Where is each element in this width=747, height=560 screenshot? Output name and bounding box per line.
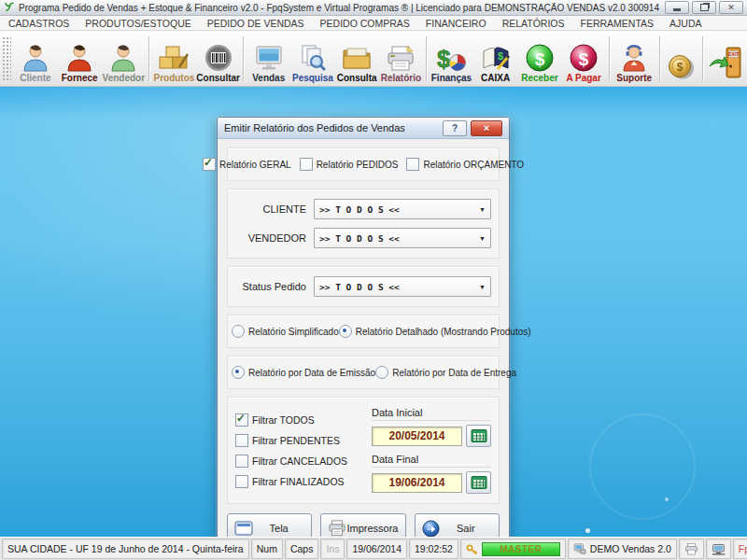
report-dialog: Emitir Relatório dos Pedidos de Vendas ?… bbox=[217, 117, 510, 537]
data-final-field[interactable]: 19/06/2014 bbox=[372, 473, 462, 493]
vendedor-select[interactable]: >> T O D O S << ▼ bbox=[314, 228, 491, 248]
toolbar-button-vendedor[interactable]: Vendedor bbox=[102, 34, 146, 83]
financas-money-icon: $ bbox=[435, 45, 467, 73]
impressora-button-label: Impressora bbox=[346, 523, 398, 534]
checkbox-relatorio-pedidos[interactable]: Relatório PEDIDOS bbox=[300, 158, 399, 171]
toolbar-button-moeda[interactable]: $ bbox=[663, 34, 699, 83]
produtos-boxes-icon bbox=[157, 43, 190, 73]
toolbar-button-sair[interactable]: EXIT bbox=[706, 34, 745, 83]
sair-button[interactable]: Sair bbox=[415, 513, 500, 537]
master-badge: MASTER bbox=[482, 542, 560, 556]
screen-icon bbox=[234, 520, 253, 537]
tela-button[interactable]: Tela bbox=[227, 513, 312, 537]
impressora-button[interactable]: Impressora bbox=[320, 513, 405, 537]
checkbox-filtrar-cancelados[interactable]: Filtrar CANCELADOS bbox=[235, 455, 364, 468]
toolbar-button-receber[interactable]: $ Receber bbox=[517, 34, 561, 83]
status-user-level: MASTER bbox=[460, 539, 566, 559]
toolbar-button-suporte[interactable]: Suporte bbox=[613, 34, 656, 83]
checkbox-icon bbox=[300, 158, 313, 171]
data-final-calendar-button[interactable] bbox=[466, 471, 491, 494]
menu-item-pedido-compras[interactable]: PEDIDO COMPRAS bbox=[320, 18, 410, 29]
fornecedor-person-icon bbox=[64, 43, 94, 73]
checkbox-filtrar-todos[interactable]: Filtrar TODOS bbox=[235, 413, 364, 427]
dialog-body: Relatório GERAL Relatório PEDIDOS Relató… bbox=[218, 139, 509, 537]
checkbox-icon bbox=[203, 158, 216, 171]
toolbar-button-cliente[interactable]: Cliente bbox=[13, 34, 57, 83]
toolbar-label: Receber bbox=[521, 73, 557, 83]
chevron-down-icon: ▼ bbox=[479, 235, 486, 242]
toolbar-separator bbox=[243, 36, 244, 81]
svg-text:EXIT: EXIT bbox=[728, 51, 739, 57]
window-title: Programa Pedido de Vendas + Estoque & Fi… bbox=[19, 3, 661, 13]
radio-relatorio-simplificado[interactable]: Relatório Simplificado bbox=[232, 325, 339, 338]
radio-data-emissao[interactable]: Relatório por Data de Emissão bbox=[232, 366, 375, 379]
vendedor-select-value: >> T O D O S << bbox=[319, 233, 475, 244]
toolbar-button-a-pagar[interactable]: $ A Pagar bbox=[562, 34, 606, 83]
minimize-button[interactable] bbox=[665, 1, 689, 14]
radio-relatorio-detalhado[interactable]: Relatório Detalhado (Mostrando Produtos) bbox=[339, 325, 531, 338]
restore-button[interactable] bbox=[692, 1, 716, 14]
toolbar-button-fornecedor[interactable]: Fornece bbox=[58, 34, 102, 83]
checkbox-filtrar-finalizados[interactable]: Filtrar FINALIZADOS bbox=[235, 475, 364, 488]
toolbar-label: Pesquisa bbox=[292, 73, 333, 83]
checkbox-filtrar-pendentes[interactable]: Filtrar PENDENTES bbox=[235, 434, 364, 447]
close-button[interactable]: ✕ bbox=[719, 1, 743, 14]
radio-label: Relatório Detalhado (Mostrando Produtos) bbox=[356, 327, 531, 337]
toolbar-separator bbox=[148, 36, 149, 81]
wallpaper-circle-decoration bbox=[589, 413, 696, 520]
menu-item-pedido-de-vendas[interactable]: PEDIDO DE VENDAS bbox=[207, 18, 304, 29]
chevron-down-icon: ▼ bbox=[479, 206, 486, 213]
status-network bbox=[706, 539, 731, 559]
status-insert: Ins bbox=[320, 539, 345, 559]
status-pedido-label: Status Pedido bbox=[235, 281, 306, 292]
toolbar-label: A Pagar bbox=[566, 73, 600, 83]
checkbox-label: Filtrar PENDENTES bbox=[252, 435, 340, 446]
checkbox-relatorio-geral[interactable]: Relatório GERAL bbox=[203, 158, 291, 171]
menu-item-ajuda[interactable]: AJUDA bbox=[669, 18, 701, 29]
radio-icon bbox=[232, 325, 245, 338]
status-filter-group: Filtrar TODOS Filtrar PENDENTES Filtrar … bbox=[227, 397, 500, 504]
toolbar-label: Consultar bbox=[196, 73, 240, 83]
toolbar-grip bbox=[2, 36, 11, 81]
checkbox-label: Relatório GERAL bbox=[219, 160, 291, 170]
toolbar-button-produtos[interactable]: Produtos bbox=[152, 34, 196, 83]
toolbar-button-pesquisa[interactable]: Pesquisa bbox=[290, 34, 334, 83]
menu-item-relatorios[interactable]: RELATÓRIOS bbox=[502, 18, 565, 29]
toolbar-label: Relatório bbox=[381, 73, 421, 83]
suporte-headset-icon bbox=[619, 43, 649, 73]
menu-item-ferramentas[interactable]: FERRAMENTAS bbox=[581, 18, 655, 29]
data-final-label: Data Final bbox=[372, 454, 491, 468]
status-pedido-group: Status Pedido >> T O D O S << ▼ bbox=[227, 266, 500, 307]
dialog-close-button[interactable]: × bbox=[471, 120, 502, 136]
toolbar-button-consultar[interactable]: Consultar bbox=[196, 34, 240, 83]
dialog-help-button[interactable]: ? bbox=[443, 120, 467, 136]
toolbar-button-relatorio[interactable]: Relatório bbox=[379, 34, 423, 83]
checkbox-icon bbox=[235, 434, 248, 447]
data-inicial-calendar-button[interactable] bbox=[466, 425, 491, 447]
toolbar-button-financas[interactable]: $ Finanças bbox=[430, 34, 473, 83]
data-inicial-field[interactable]: 20/05/2014 bbox=[372, 427, 462, 446]
exit-door-icon: EXIT bbox=[706, 44, 745, 83]
checkbox-relatorio-orcamento[interactable]: Relatório ORÇAMENTO bbox=[406, 158, 524, 171]
calendar-icon bbox=[471, 475, 487, 490]
radio-label: Relatório por Data de Emissão bbox=[248, 368, 375, 378]
svg-text:$: $ bbox=[677, 61, 684, 74]
menu-item-produtos-estoque[interactable]: PRODUTOS/ESTOQUE bbox=[85, 18, 190, 29]
checkbox-label: Relatório PEDIDOS bbox=[317, 160, 399, 170]
close-x-icon: × bbox=[484, 122, 489, 134]
caixa-ledger-icon: $ bbox=[480, 45, 512, 73]
toolbar-button-vendas[interactable]: Vendas bbox=[247, 34, 290, 83]
cliente-select[interactable]: >> T O D O S << ▼ bbox=[314, 199, 491, 219]
menu-item-financeiro[interactable]: FINANCEIRO bbox=[426, 18, 486, 29]
radio-icon bbox=[375, 366, 388, 379]
toolbar-button-consulta[interactable]: Consulta bbox=[335, 34, 379, 83]
toolbar-separator bbox=[609, 36, 610, 81]
status-time: 19:02:52 bbox=[409, 539, 458, 559]
status-pedido-select[interactable]: >> T O D O S << ▼ bbox=[314, 276, 491, 297]
radio-data-entrega[interactable]: Relatório por Data de Entrega bbox=[375, 366, 516, 379]
detail-mode-group: Relatório Simplificado Relatório Detalha… bbox=[227, 315, 500, 348]
svg-text:$: $ bbox=[498, 50, 503, 62]
checkbox-icon bbox=[406, 158, 419, 171]
toolbar-button-caixa[interactable]: $ CAIXA bbox=[473, 34, 517, 83]
menu-item-cadastros[interactable]: CADASTROS bbox=[8, 18, 69, 29]
